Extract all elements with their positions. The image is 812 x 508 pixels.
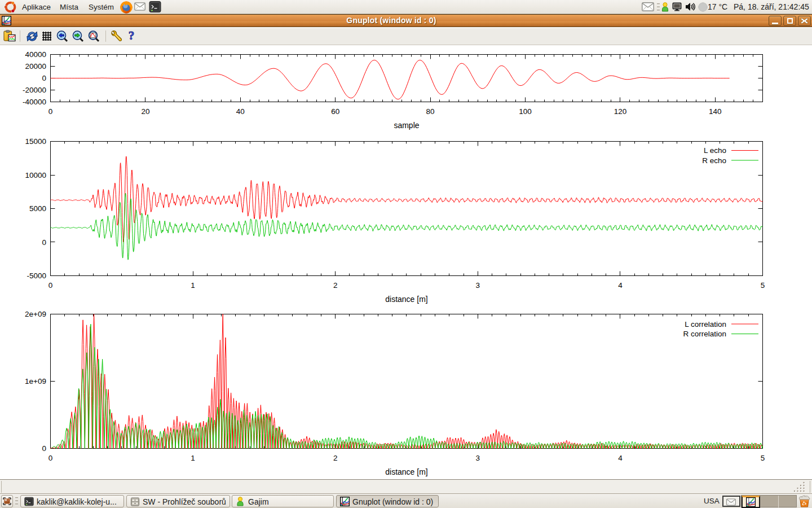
svg-text:20: 20: [141, 107, 149, 116]
svg-text:3: 3: [476, 281, 480, 290]
svg-text:L echo: L echo: [704, 146, 726, 155]
svg-text:80: 80: [426, 107, 435, 116]
svg-text:-5000: -5000: [27, 271, 46, 280]
svg-text:R correlation: R correlation: [683, 330, 726, 338]
svg-text:1e+09: 1e+09: [25, 377, 46, 386]
svg-text:2e+09: 2e+09: [25, 310, 46, 318]
svg-text:0: 0: [42, 74, 46, 82]
svg-text:0: 0: [42, 444, 46, 453]
svg-text:100: 100: [519, 107, 532, 116]
svg-text:3: 3: [476, 454, 480, 462]
svg-text:120: 120: [614, 107, 627, 116]
svg-text:0: 0: [48, 454, 53, 462]
svg-text:20000: 20000: [25, 62, 46, 71]
svg-text:0: 0: [42, 238, 46, 247]
svg-text:sample: sample: [394, 121, 419, 130]
svg-text:1: 1: [191, 454, 195, 462]
svg-text:1: 1: [191, 281, 195, 290]
svg-text:0: 0: [48, 107, 53, 116]
svg-text:140: 140: [709, 107, 722, 116]
svg-text:-40000: -40000: [23, 98, 46, 106]
svg-text:60: 60: [331, 107, 339, 116]
svg-text:15000: 15000: [25, 137, 46, 146]
svg-text:R echo: R echo: [702, 156, 726, 165]
svg-text:40000: 40000: [25, 50, 46, 59]
svg-text:2: 2: [333, 454, 338, 462]
svg-text:10000: 10000: [25, 171, 46, 179]
svg-text:L correlation: L correlation: [685, 320, 726, 329]
svg-text:40: 40: [236, 107, 245, 116]
svg-text:distance [m]: distance [m]: [385, 467, 427, 476]
svg-text:?: ?: [129, 29, 135, 42]
svg-text:0: 0: [48, 281, 53, 290]
svg-text:4: 4: [618, 281, 623, 290]
svg-text:4: 4: [618, 454, 623, 462]
svg-text:-20000: -20000: [23, 86, 46, 94]
svg-text:5: 5: [761, 454, 765, 462]
svg-text:distance [m]: distance [m]: [385, 295, 427, 304]
svg-text:2: 2: [333, 281, 338, 290]
svg-text:5: 5: [761, 281, 765, 290]
svg-text:5000: 5000: [29, 204, 46, 213]
